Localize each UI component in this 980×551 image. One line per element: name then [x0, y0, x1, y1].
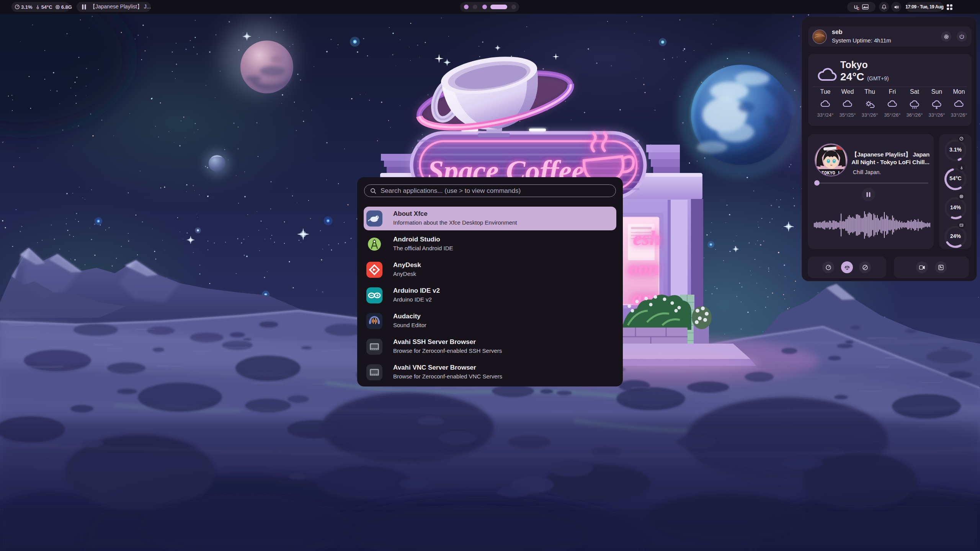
- svg-text:oon: oon: [628, 257, 659, 279]
- svg-text:esh: esh: [633, 227, 661, 249]
- svg-text:TOKYO L: TOKYO L: [822, 171, 841, 176]
